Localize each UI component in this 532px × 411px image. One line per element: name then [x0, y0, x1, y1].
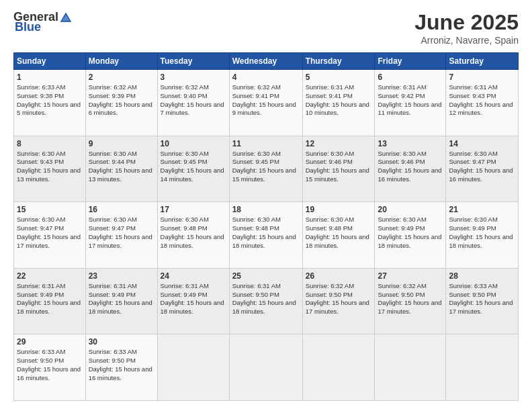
- day-number: 1: [17, 73, 83, 82]
- table-row: 29Sunrise: 6:33 AMSunset: 9:50 PMDayligh…: [14, 334, 86, 401]
- table-row: 19Sunrise: 6:30 AMSunset: 9:48 PMDayligh…: [302, 202, 375, 269]
- day-number: 7: [449, 73, 515, 82]
- table-row: 24Sunrise: 6:31 AMSunset: 9:49 PMDayligh…: [157, 268, 229, 334]
- day-number: 5: [306, 73, 372, 82]
- day-info: Sunrise: 6:33 AMSunset: 9:50 PMDaylight:…: [17, 348, 83, 382]
- day-info: Sunrise: 6:30 AMSunset: 9:49 PMDaylight:…: [449, 216, 515, 250]
- table-row: 2Sunrise: 6:32 AMSunset: 9:39 PMDaylight…: [85, 70, 157, 136]
- day-info: Sunrise: 6:32 AMSunset: 9:50 PMDaylight:…: [306, 282, 372, 316]
- col-sunday: Sunday: [14, 53, 86, 70]
- day-number: 30: [89, 337, 154, 347]
- day-number: 11: [232, 139, 300, 148]
- day-info: Sunrise: 6:31 AMSunset: 9:50 PMDaylight:…: [232, 282, 300, 316]
- day-info: Sunrise: 6:31 AMSunset: 9:49 PMDaylight:…: [89, 282, 154, 316]
- table-row: 20Sunrise: 6:30 AMSunset: 9:49 PMDayligh…: [375, 202, 446, 269]
- day-info: Sunrise: 6:31 AMSunset: 9:49 PMDaylight:…: [17, 282, 83, 316]
- day-info: Sunrise: 6:33 AMSunset: 9:38 PMDaylight:…: [17, 83, 83, 118]
- table-row: [375, 334, 446, 401]
- calendar-week-row: 1Sunrise: 6:33 AMSunset: 9:38 PMDaylight…: [14, 70, 519, 136]
- day-info: Sunrise: 6:32 AMSunset: 9:39 PMDaylight:…: [89, 83, 154, 118]
- table-row: [229, 334, 302, 401]
- col-friday: Friday: [375, 53, 446, 70]
- month-title: June 2025: [414, 10, 519, 35]
- calendar-table: Sunday Monday Tuesday Wednesday Thursday…: [13, 52, 519, 401]
- logo: General Blue: [13, 10, 74, 34]
- table-row: 14Sunrise: 6:30 AMSunset: 9:47 PMDayligh…: [446, 136, 519, 202]
- table-row: 22Sunrise: 6:31 AMSunset: 9:49 PMDayligh…: [14, 268, 86, 334]
- day-number: 10: [161, 139, 226, 148]
- day-info: Sunrise: 6:30 AMSunset: 9:46 PMDaylight:…: [306, 150, 372, 184]
- col-monday: Monday: [85, 53, 157, 70]
- table-row: 27Sunrise: 6:32 AMSunset: 9:50 PMDayligh…: [375, 268, 446, 334]
- table-row: 8Sunrise: 6:30 AMSunset: 9:43 PMDaylight…: [14, 136, 86, 202]
- title-section: June 2025 Arroniz, Navarre, Spain: [414, 10, 519, 46]
- table-row: 16Sunrise: 6:30 AMSunset: 9:47 PMDayligh…: [85, 202, 157, 269]
- day-number: 25: [232, 271, 300, 281]
- table-row: 26Sunrise: 6:32 AMSunset: 9:50 PMDayligh…: [302, 268, 375, 334]
- day-number: 22: [17, 271, 83, 281]
- day-info: Sunrise: 6:30 AMSunset: 9:47 PMDaylight:…: [449, 150, 515, 184]
- table-row: 15Sunrise: 6:30 AMSunset: 9:47 PMDayligh…: [14, 202, 86, 269]
- day-number: 20: [378, 205, 443, 214]
- day-number: 8: [17, 139, 83, 148]
- table-row: 25Sunrise: 6:31 AMSunset: 9:50 PMDayligh…: [229, 268, 302, 334]
- table-row: 18Sunrise: 6:30 AMSunset: 9:48 PMDayligh…: [229, 202, 302, 269]
- day-info: Sunrise: 6:31 AMSunset: 9:49 PMDaylight:…: [161, 282, 226, 316]
- day-number: 4: [232, 73, 300, 82]
- location: Arroniz, Navarre, Spain: [414, 35, 519, 46]
- day-number: 3: [161, 73, 226, 82]
- day-number: 14: [449, 139, 515, 148]
- day-info: Sunrise: 6:32 AMSunset: 9:41 PMDaylight:…: [232, 83, 300, 118]
- table-row: 21Sunrise: 6:30 AMSunset: 9:49 PMDayligh…: [446, 202, 519, 269]
- day-number: 29: [17, 337, 83, 347]
- table-row: 13Sunrise: 6:30 AMSunset: 9:46 PMDayligh…: [375, 136, 446, 202]
- day-info: Sunrise: 6:32 AMSunset: 9:50 PMDaylight:…: [378, 282, 443, 316]
- col-thursday: Thursday: [302, 53, 375, 70]
- table-row: 12Sunrise: 6:30 AMSunset: 9:46 PMDayligh…: [302, 136, 375, 202]
- table-row: 3Sunrise: 6:32 AMSunset: 9:40 PMDaylight…: [157, 70, 229, 136]
- day-info: Sunrise: 6:33 AMSunset: 9:50 PMDaylight:…: [449, 282, 515, 316]
- table-row: 6Sunrise: 6:31 AMSunset: 9:42 PMDaylight…: [375, 70, 446, 136]
- day-number: 26: [306, 271, 372, 281]
- day-number: 6: [378, 73, 443, 82]
- calendar-week-row: 22Sunrise: 6:31 AMSunset: 9:49 PMDayligh…: [14, 268, 519, 334]
- day-number: 16: [89, 205, 154, 214]
- table-row: 9Sunrise: 6:30 AMSunset: 9:44 PMDaylight…: [85, 136, 157, 202]
- day-number: 28: [449, 271, 515, 281]
- day-number: 9: [89, 139, 154, 148]
- table-row: 7Sunrise: 6:31 AMSunset: 9:43 PMDaylight…: [446, 70, 519, 136]
- col-tuesday: Tuesday: [157, 53, 229, 70]
- table-row: 11Sunrise: 6:30 AMSunset: 9:45 PMDayligh…: [229, 136, 302, 202]
- day-info: Sunrise: 6:32 AMSunset: 9:40 PMDaylight:…: [161, 83, 226, 118]
- day-number: 2: [89, 73, 154, 82]
- day-info: Sunrise: 6:30 AMSunset: 9:48 PMDaylight:…: [161, 216, 226, 250]
- day-info: Sunrise: 6:30 AMSunset: 9:47 PMDaylight:…: [17, 216, 83, 250]
- calendar-week-row: 15Sunrise: 6:30 AMSunset: 9:47 PMDayligh…: [14, 202, 519, 269]
- page: General Blue June 2025 Arroniz, Navarre,…: [0, 0, 532, 411]
- day-number: 15: [17, 205, 83, 214]
- day-info: Sunrise: 6:31 AMSunset: 9:43 PMDaylight:…: [449, 83, 515, 118]
- day-info: Sunrise: 6:30 AMSunset: 9:44 PMDaylight:…: [89, 150, 154, 184]
- table-row: [446, 334, 519, 401]
- day-number: 27: [378, 271, 443, 281]
- day-info: Sunrise: 6:30 AMSunset: 9:43 PMDaylight:…: [17, 150, 83, 184]
- calendar-week-row: 8Sunrise: 6:30 AMSunset: 9:43 PMDaylight…: [14, 136, 519, 202]
- day-info: Sunrise: 6:30 AMSunset: 9:48 PMDaylight:…: [232, 216, 300, 250]
- day-info: Sunrise: 6:30 AMSunset: 9:48 PMDaylight:…: [306, 216, 372, 250]
- day-number: 17: [161, 205, 226, 214]
- table-row: 17Sunrise: 6:30 AMSunset: 9:48 PMDayligh…: [157, 202, 229, 269]
- table-row: 10Sunrise: 6:30 AMSunset: 9:45 PMDayligh…: [157, 136, 229, 202]
- day-info: Sunrise: 6:30 AMSunset: 9:49 PMDaylight:…: [378, 216, 443, 250]
- day-number: 23: [89, 271, 154, 281]
- table-row: 23Sunrise: 6:31 AMSunset: 9:49 PMDayligh…: [85, 268, 157, 334]
- table-row: [302, 334, 375, 401]
- logo-blue-text: Blue: [15, 20, 41, 34]
- day-info: Sunrise: 6:30 AMSunset: 9:45 PMDaylight:…: [232, 150, 300, 184]
- day-number: 12: [306, 139, 372, 148]
- table-row: [157, 334, 229, 401]
- day-number: 21: [449, 205, 515, 214]
- day-info: Sunrise: 6:31 AMSunset: 9:42 PMDaylight:…: [378, 83, 443, 118]
- calendar-header-row: Sunday Monday Tuesday Wednesday Thursday…: [14, 53, 519, 70]
- day-number: 24: [161, 271, 226, 281]
- day-info: Sunrise: 6:30 AMSunset: 9:46 PMDaylight:…: [378, 150, 443, 184]
